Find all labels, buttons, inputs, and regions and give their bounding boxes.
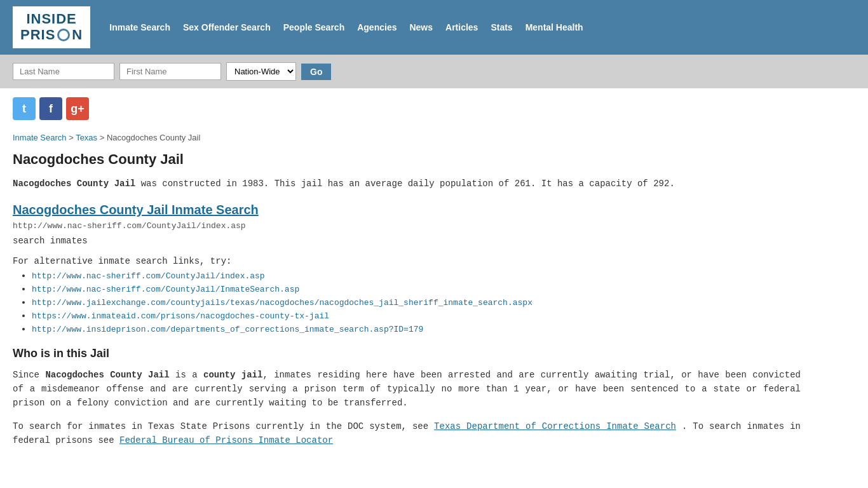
alt-links-list: http://www.nac-sheriff.com/CountyJail/in… (13, 270, 801, 334)
to-search-intro: To search for inmates in Texas State Pri… (13, 421, 434, 431)
search-bar: Nation-Wide Go (0, 55, 868, 88)
inmate-search-url: http://www.nac-sheriff.com/CountyJail/in… (13, 221, 801, 231)
breadcrumb-inmate-search[interactable]: Inmate Search (13, 133, 67, 142)
nav-stats[interactable]: Stats (491, 22, 512, 32)
alt-links-intro: For alternative inmate search links, try… (13, 256, 801, 266)
main-nav: Inmate Search Sex Offender Search People… (109, 22, 583, 32)
federal-bureau-link[interactable]: Federal Bureau of Prisons Inmate Locator (119, 435, 333, 445)
list-item: http://www.insideprison.com/departments_… (32, 323, 801, 334)
to-search-text: To search for inmates in Texas State Pri… (13, 419, 801, 448)
alt-link-5[interactable]: http://www.insideprison.com/departments_… (32, 325, 423, 334)
nav-people-search[interactable]: People Search (283, 22, 345, 32)
breadcrumb-separator-1: > (69, 133, 76, 142)
nav-inmate-search[interactable]: Inmate Search (109, 22, 170, 32)
search-inmates-label: search inmates (13, 236, 801, 246)
logo-o-icon (57, 29, 70, 41)
nav-mental-health[interactable]: Mental Health (526, 22, 583, 32)
twitter-button[interactable]: t (13, 97, 36, 120)
nav-articles[interactable]: Articles (445, 22, 478, 32)
googleplus-button[interactable]: g+ (66, 97, 89, 120)
location-dropdown[interactable]: Nation-Wide (226, 62, 296, 81)
logo-inside-text: INSIDE (20, 11, 83, 27)
last-name-input[interactable] (13, 63, 114, 80)
nav-agencies[interactable]: Agencies (357, 22, 397, 32)
list-item: https://www.inmateaid.com/prisons/nacogd… (32, 310, 801, 321)
alt-link-4[interactable]: https://www.inmateaid.com/prisons/nacogd… (32, 311, 329, 321)
page-title: Nacogdoches County Jail (13, 151, 801, 168)
county-jail-bold: county jail (203, 370, 262, 380)
jail-name-bold: Nacogdoches County Jail (13, 179, 135, 189)
list-item: http://www.jailexchange.com/countyjails/… (32, 297, 801, 308)
description-text: was constructed in 1983. This jail has a… (141, 179, 675, 189)
jail-description: Nacogdoches County Jail was constructed … (13, 177, 801, 191)
alt-link-1[interactable]: http://www.nac-sheriff.com/CountyJail/in… (32, 271, 265, 281)
facebook-button[interactable]: f (39, 97, 62, 120)
texas-doc-link[interactable]: Texas Department of Corrections Inmate S… (434, 421, 676, 431)
list-item: http://www.nac-sheriff.com/CountyJail/in… (32, 270, 801, 281)
jail-name-bold-2: Nacogdoches County Jail (45, 370, 169, 380)
site-logo[interactable]: INSIDE PRISN (13, 6, 90, 48)
alt-link-3[interactable]: http://www.jailexchange.com/countyjails/… (32, 298, 532, 308)
go-button[interactable]: Go (301, 64, 331, 80)
breadcrumb-separator-2: > (100, 133, 107, 142)
logo-prison-text: PRISN (20, 27, 83, 43)
main-content: Inmate Search > Texas > Nacogdoches Coun… (0, 126, 813, 466)
site-header: INSIDE PRISN Inmate Search Sex Offender … (0, 0, 868, 55)
alt-link-2[interactable]: http://www.nac-sheriff.com/CountyJail/In… (32, 285, 299, 294)
nav-sex-offender-search[interactable]: Sex Offender Search (183, 22, 271, 32)
social-bar: t f g+ (0, 88, 868, 126)
first-name-input[interactable] (119, 63, 221, 80)
breadcrumb-texas[interactable]: Texas (76, 133, 97, 142)
who-in-jail-text: Since Nacogdoches County Jail is a count… (13, 368, 801, 410)
breadcrumb-current: Nacogdoches County Jail (107, 133, 200, 142)
nav-news[interactable]: News (409, 22, 433, 32)
who-in-jail-heading: Who is in this Jail (13, 347, 801, 360)
inmate-search-main-link[interactable]: Nacogdoches County Jail Inmate Search (13, 203, 801, 217)
list-item: http://www.nac-sheriff.com/CountyJail/In… (32, 283, 801, 294)
breadcrumb: Inmate Search > Texas > Nacogdoches Coun… (13, 133, 801, 142)
